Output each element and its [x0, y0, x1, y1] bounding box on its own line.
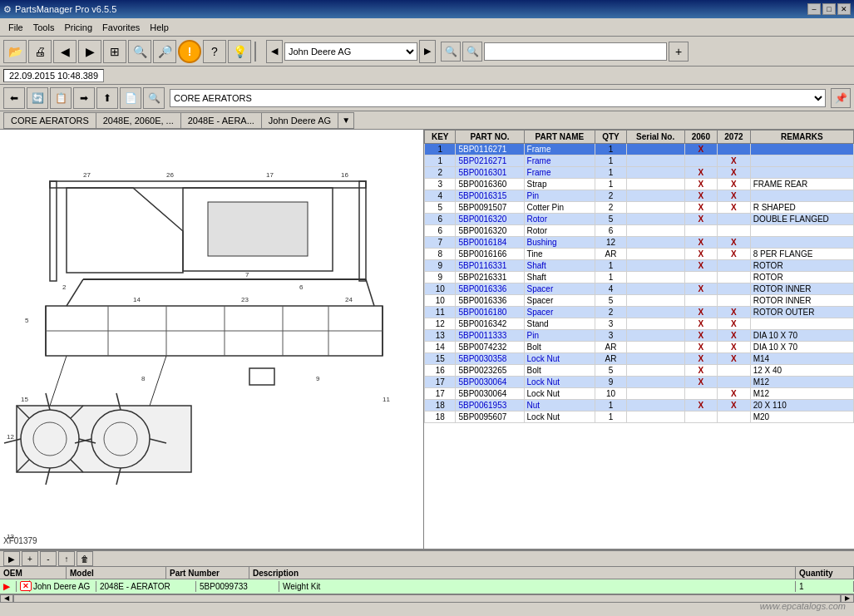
breadcrumb-item-1[interactable]: CORE AERATORS: [3, 112, 96, 129]
dealer-next-button[interactable]: ▶: [419, 40, 436, 63]
search-btn-2[interactable]: 🔍: [462, 42, 482, 62]
table-cell: 5BP0216331: [456, 272, 524, 283]
table-row[interactable]: 15BP0216271Frame1X: [425, 155, 854, 167]
table-cell: AR: [595, 353, 626, 365]
table-cell: 3: [595, 330, 626, 342]
tb2-btn-7[interactable]: 🔍: [143, 87, 165, 109]
bottom-toolbar: ▶ + - ↑ 🗑: [0, 551, 854, 567]
search-btn-1[interactable]: 🔍: [441, 42, 461, 62]
parts-table-wrapper[interactable]: KEY PART NO. PART NAME QTY Serial No. 20…: [424, 130, 854, 549]
table-row[interactable]: 75BP0016184Bushing12XX: [425, 237, 854, 249]
maximize-button[interactable]: □: [822, 3, 836, 15]
table-cell: 8 PER FLANGE: [750, 249, 853, 260]
tb2-btn-5[interactable]: ⬆: [96, 87, 118, 109]
table-row[interactable]: 15BP0116271Frame1X: [425, 144, 854, 155]
breadcrumb-item-3[interactable]: 2048E - AERA...: [180, 112, 261, 129]
bottom-btn-2[interactable]: +: [22, 551, 38, 566]
svg-text:16: 16: [341, 171, 348, 179]
scroll-left-btn[interactable]: ◀: [0, 594, 13, 603]
toolbar-btn-home[interactable]: ⊞: [103, 40, 126, 63]
menu-pricing[interactable]: Pricing: [59, 21, 97, 34]
table-row[interactable]: 95BP0116331Shaft1XROTOR: [425, 260, 854, 272]
table-row[interactable]: 145BP0074232BoltARXXDIA 10 X 70: [425, 342, 854, 353]
add-button[interactable]: +: [669, 42, 689, 62]
table-row[interactable]: 165BP0023265Bolt5X12 X 40: [425, 365, 854, 377]
tb2-btn-2[interactable]: 🔄: [27, 87, 48, 109]
toolbar-btn-zoom2[interactable]: 🔎: [153, 40, 176, 63]
toolbar-btn-1[interactable]: 📂: [3, 40, 27, 63]
table-cell: 5BP0016166: [456, 249, 524, 260]
breadcrumb-item-4[interactable]: John Deere AG: [261, 112, 338, 129]
table-row[interactable]: 125BP0016342Stand3XX: [425, 318, 854, 330]
menu-favorites[interactable]: Favorites: [97, 21, 145, 34]
toolbar-btn-light[interactable]: 💡: [228, 40, 251, 63]
table-cell: X: [684, 202, 718, 214]
bottom-btn-4[interactable]: ↑: [58, 551, 75, 566]
table-row[interactable]: 135BP0011333Pin3XXDIA 10 X 70: [425, 330, 854, 342]
table-cell: [718, 295, 751, 307]
table-cell: Shaft: [524, 260, 595, 272]
bottom-btn-1[interactable]: ▶: [3, 551, 20, 566]
toolbar-btn-zoom[interactable]: 🔍: [128, 40, 151, 63]
table-row[interactable]: 55BP0091507Cotter Pin2XXR SHAPED: [425, 202, 854, 214]
svg-text:2: 2: [62, 283, 67, 291]
table-cell: [718, 225, 751, 237]
toolbar-btn-forward[interactable]: ▶: [78, 40, 101, 63]
tb2-btn-3[interactable]: 📋: [50, 87, 72, 109]
breadcrumb-dropdown[interactable]: ▼: [338, 112, 354, 129]
toolbar-btn-info[interactable]: ?: [203, 40, 226, 63]
dealer-prev-button[interactable]: ◀: [266, 40, 283, 63]
tb2-btn-6[interactable]: 📄: [120, 87, 141, 109]
breadcrumb-item-2[interactable]: 2048E, 2060E, ...: [96, 112, 180, 129]
menu-file[interactable]: File: [3, 21, 28, 34]
dealer-select[interactable]: John Deere AG: [284, 42, 417, 61]
bottom-row-error-icon: ✕: [17, 580, 30, 592]
parts-table: KEY PART NO. PART NAME QTY Serial No. 20…: [424, 130, 854, 423]
table-cell: 5BP0016336: [456, 283, 524, 295]
table-cell: 6: [425, 214, 456, 225]
diagram-panel: 10 21 22 23 25 27 26 17 16 14 23 24 15 1…: [0, 130, 424, 549]
table-row[interactable]: 175BP0030064Lock Nut10XM12: [425, 388, 854, 400]
table-row[interactable]: 185BP0061953Nut1XX20 X 110: [425, 400, 854, 411]
table-cell: Frame: [524, 167, 595, 179]
table-row[interactable]: 35BP0016360Strap1XXFRAME REAR: [425, 179, 854, 190]
table-cell: X: [718, 400, 751, 411]
table-row[interactable]: 175BP0030064Lock Nut9XM12: [425, 377, 854, 388]
tb2-btn-4[interactable]: ➡: [73, 87, 95, 109]
toolbar-btn-print[interactable]: 🖨: [28, 40, 52, 63]
warning-button[interactable]: !: [178, 40, 201, 63]
table-row[interactable]: 95BP0216331Shaft1ROTOR: [425, 272, 854, 283]
table-cell: M14: [750, 353, 853, 365]
toolbar-btn-back[interactable]: ◀: [53, 40, 77, 63]
table-row[interactable]: 65BP0016320Rotor5XDOUBLE FLANGED: [425, 214, 854, 225]
bottom-scrollbar[interactable]: ◀ ▶: [0, 594, 854, 603]
menu-help[interactable]: Help: [145, 21, 174, 34]
table-row[interactable]: 25BP0016301Frame1XX: [425, 167, 854, 179]
bottom-data-row[interactable]: ▶ ✕ John Deere AG 2048E - AERATOR 5BP009…: [0, 579, 854, 593]
svg-line-6: [67, 279, 83, 306]
catalog-select[interactable]: CORE AERATORS: [170, 89, 826, 107]
table-row[interactable]: 105BP0016336Spacer4XROTOR INNER: [425, 283, 854, 295]
bottom-cell-partnum: 5BP0099733: [196, 581, 279, 592]
tb2-btn-1[interactable]: ⬅: [3, 87, 25, 109]
table-cell: [626, 330, 684, 342]
close-button[interactable]: ✕: [837, 3, 851, 15]
table-cell: 4: [425, 190, 456, 202]
table-row[interactable]: 155BP0030358Lock NutARXXM14: [425, 353, 854, 365]
table-row[interactable]: 45BP0016315Pin2XX: [425, 190, 854, 202]
pin-button[interactable]: 📌: [831, 88, 851, 108]
table-row[interactable]: 85BP0016166TineARXX8 PER FLANGE: [425, 249, 854, 260]
menu-bar: File Tools Pricing Favorites Help: [0, 18, 854, 37]
table-row[interactable]: 185BP0095607Lock Nut1M20: [425, 411, 854, 423]
table-cell: 5BP0116271: [456, 144, 524, 155]
table-row[interactable]: 115BP0016180Spacer2XXROTOR OUTER: [425, 307, 854, 318]
table-row[interactable]: 65BP0016320Rotor6: [425, 225, 854, 237]
table-cell: 5BP0030064: [456, 388, 524, 400]
bottom-table-header: OEM Model Part Number Description Quanti…: [0, 567, 854, 579]
bottom-btn-3[interactable]: -: [40, 551, 57, 566]
menu-tools[interactable]: Tools: [28, 21, 60, 34]
minimize-button[interactable]: –: [807, 3, 821, 15]
table-row[interactable]: 105BP0016336Spacer5ROTOR INNER: [425, 295, 854, 307]
search-input[interactable]: [484, 42, 667, 61]
bottom-btn-5[interactable]: 🗑: [77, 551, 93, 566]
